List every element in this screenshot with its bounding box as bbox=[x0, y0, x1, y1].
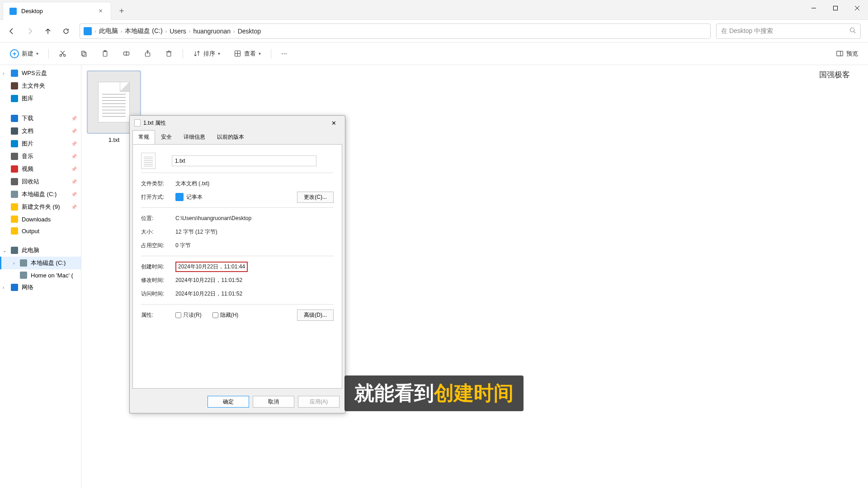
sidebar-item-downloads[interactable]: 下载📌 bbox=[0, 112, 81, 125]
crumb-item[interactable]: Users bbox=[170, 28, 186, 35]
pin-icon: 📌 bbox=[71, 204, 77, 210]
close-window-button[interactable] bbox=[846, 0, 868, 16]
chevron-down-icon: ▾ bbox=[259, 51, 261, 56]
pin-icon: 📌 bbox=[71, 179, 77, 185]
tab-details[interactable]: 详细信息 bbox=[178, 130, 211, 144]
cut-button[interactable] bbox=[55, 47, 70, 60]
sidebar-item-downloads-folder[interactable]: Downloads bbox=[0, 213, 81, 225]
new-tab-button[interactable]: ＋ bbox=[114, 3, 129, 18]
sidebar-item-output[interactable]: Output bbox=[0, 225, 81, 237]
sidebar-item-recycle[interactable]: 回收站📌 bbox=[0, 175, 81, 188]
folder-icon bbox=[11, 227, 18, 235]
delete-button[interactable] bbox=[161, 47, 176, 60]
label-accessed: 访问时间: bbox=[141, 290, 175, 298]
sidebar-item-pictures[interactable]: 图片📌 bbox=[0, 137, 81, 150]
pin-icon: 📌 bbox=[71, 192, 77, 197]
minimize-button[interactable] bbox=[803, 0, 825, 16]
sidebar-item-gallery[interactable]: 图库 bbox=[0, 92, 81, 105]
tab-general[interactable]: 常规 bbox=[132, 130, 155, 145]
document-icon bbox=[11, 127, 18, 135]
chevron-right-icon: › bbox=[3, 71, 4, 76]
chevron-down-icon: ▾ bbox=[218, 51, 220, 56]
close-tab-button[interactable]: ✕ bbox=[96, 7, 104, 15]
forward-button[interactable] bbox=[22, 23, 38, 39]
pin-icon: 📌 bbox=[71, 116, 77, 122]
refresh-button[interactable] bbox=[58, 23, 74, 39]
picture-icon bbox=[11, 140, 18, 147]
sidebar-item-new-folder[interactable]: 新建文件夹 (9)📌 bbox=[0, 201, 81, 213]
filename-input[interactable] bbox=[172, 155, 316, 166]
readonly-checkbox[interactable]: 只读(R) bbox=[175, 311, 202, 319]
share-button[interactable] bbox=[140, 47, 155, 60]
up-button[interactable] bbox=[40, 23, 56, 39]
pin-icon: 📌 bbox=[71, 166, 77, 172]
dialog-body: 文件类型:文本文档 (.txt) 打开方式: 记事本 更改(C)... 位置:C… bbox=[132, 144, 342, 389]
search-input[interactable]: 在 Desktop 中搜索 bbox=[716, 23, 861, 39]
music-icon bbox=[11, 153, 18, 160]
chevron-right-icon: › bbox=[233, 28, 235, 34]
hidden-checkbox[interactable]: 隐藏(H) bbox=[212, 311, 239, 319]
sort-button[interactable]: 排序▾ bbox=[189, 47, 224, 61]
browser-tab[interactable]: Desktop ✕ bbox=[3, 2, 111, 20]
sidebar-item-local-disk-c[interactable]: ›本地磁盘 (C:) bbox=[0, 257, 81, 269]
separator bbox=[183, 49, 183, 59]
window-titlebar: Desktop ✕ ＋ bbox=[0, 0, 868, 20]
back-button[interactable] bbox=[4, 23, 20, 39]
sidebar-item-local-disk[interactable]: 本地磁盘 (C:)📌 bbox=[0, 188, 81, 201]
svg-point-6 bbox=[60, 55, 61, 56]
advanced-button[interactable]: 高级(D)... bbox=[297, 310, 334, 321]
sidebar-item-music[interactable]: 音乐📌 bbox=[0, 150, 81, 163]
new-button[interactable]: + 新建 ▾ bbox=[6, 47, 42, 61]
dialog-titlebar[interactable]: 1.txt 属性 ✕ bbox=[130, 116, 345, 130]
ok-button[interactable]: 确定 bbox=[208, 396, 249, 408]
plus-icon: + bbox=[10, 49, 19, 58]
more-button[interactable]: ⋯ bbox=[278, 47, 291, 60]
chevron-right-icon: › bbox=[13, 261, 14, 266]
sidebar-item-this-pc[interactable]: ⌄此电脑 bbox=[0, 244, 81, 257]
pin-icon: 📌 bbox=[71, 128, 77, 134]
view-button[interactable]: 查看▾ bbox=[230, 47, 264, 61]
disk-icon bbox=[20, 259, 27, 267]
crumb-item[interactable]: 本地磁盘 (C:) bbox=[125, 27, 162, 35]
svg-rect-17 bbox=[167, 52, 171, 56]
value-file-type: 文本文档 (.txt) bbox=[175, 180, 334, 188]
sidebar-item-home-on-mac[interactable]: Home on 'Mac' ( bbox=[0, 269, 81, 281]
cloud-icon bbox=[11, 70, 18, 77]
breadcrumb-path[interactable]: › 此电脑 › 本地磁盘 (C:) › Users › huangruonan … bbox=[80, 23, 711, 39]
tab-security[interactable]: 安全 bbox=[155, 130, 178, 144]
svg-rect-10 bbox=[81, 51, 85, 55]
label-modified: 修改时间: bbox=[141, 277, 175, 284]
change-app-button[interactable]: 更改(C)... bbox=[297, 192, 334, 203]
sidebar-item-home[interactable]: 主文件夹 bbox=[0, 80, 81, 92]
gallery-icon bbox=[11, 95, 18, 102]
disk-icon bbox=[20, 272, 27, 279]
address-bar: › 此电脑 › 本地磁盘 (C:) › Users › huangruonan … bbox=[0, 20, 868, 42]
sidebar-item-network[interactable]: ›网络 bbox=[0, 281, 81, 294]
value-location: C:\Users\huangruonan\Desktop bbox=[175, 215, 334, 221]
sidebar: ›WPS云盘 主文件夹 图库 下载📌 文档📌 图片📌 音乐📌 视频📌 回收站📌 … bbox=[0, 65, 81, 488]
sidebar-item-documents[interactable]: 文档📌 bbox=[0, 125, 81, 137]
maximize-button[interactable] bbox=[825, 0, 846, 16]
dialog-footer: 确定 取消 应用(A) bbox=[130, 391, 345, 413]
chevron-right-icon: › bbox=[165, 28, 167, 34]
preview-button[interactable]: 预览 bbox=[832, 47, 862, 61]
dialog-close-button[interactable]: ✕ bbox=[327, 117, 340, 128]
label-attributes: 属性: bbox=[141, 311, 175, 319]
cancel-button[interactable]: 取消 bbox=[253, 396, 294, 408]
disk-icon bbox=[11, 191, 18, 198]
sidebar-item-videos[interactable]: 视频📌 bbox=[0, 163, 81, 175]
home-icon bbox=[11, 82, 18, 89]
rename-button[interactable] bbox=[119, 47, 134, 60]
sidebar-item-wps[interactable]: ›WPS云盘 bbox=[0, 67, 81, 80]
crumb-item[interactable]: Desktop bbox=[238, 28, 261, 35]
copy-button[interactable] bbox=[76, 47, 91, 60]
tab-previous-versions[interactable]: 以前的版本 bbox=[211, 130, 250, 144]
crumb-item[interactable]: huangruonan bbox=[193, 28, 231, 35]
video-icon bbox=[11, 165, 18, 173]
paste-button[interactable] bbox=[98, 47, 113, 60]
txt-file-icon bbox=[98, 82, 130, 122]
crumb-item[interactable]: 此电脑 bbox=[99, 27, 118, 35]
svg-line-5 bbox=[854, 32, 856, 33]
apply-button[interactable]: 应用(A) bbox=[298, 396, 340, 408]
path-icon bbox=[84, 27, 92, 35]
